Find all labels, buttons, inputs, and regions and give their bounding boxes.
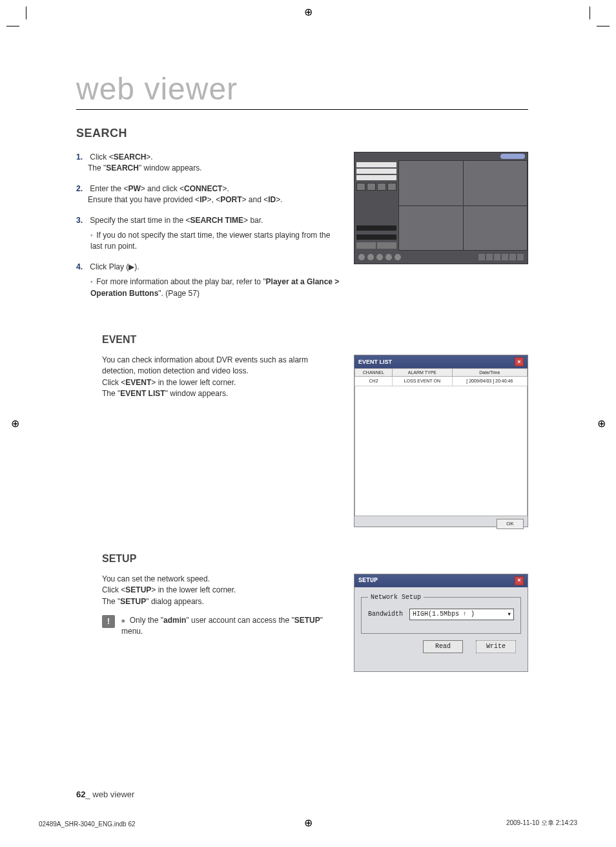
fieldset-legend: Network Setup <box>368 594 424 601</box>
close-icon[interactable]: × <box>515 357 524 366</box>
event-table: CHANNEL ALARM TYPE Date/Time CH2 LOSS EV… <box>354 368 528 386</box>
screenshot-event-list: EVENT LIST × CHANNEL ALARM TYPE Date/Tim… <box>354 355 528 527</box>
section-heading-search: SEARCH <box>76 127 528 140</box>
ok-button[interactable]: OK <box>497 519 524 529</box>
col-datetime: Date/Time <box>452 368 527 376</box>
paragraph: Click <EVENT> in the lower left corner. <box>102 377 341 388</box>
step-1: 1. Click <SEARCH>. The "SEARCH" window a… <box>76 152 341 174</box>
step-text: > bar. <box>243 216 263 225</box>
paragraph: The "SETUP" dialog appears. <box>102 596 341 607</box>
registration-mark-icon: ⊕ <box>302 817 314 829</box>
crop-mark-icon <box>26 26 52 52</box>
brand-logo-icon <box>500 154 525 159</box>
paragraph: You can set the network speed. <box>102 574 341 585</box>
section-heading-setup: SETUP <box>76 553 528 565</box>
col-channel: CHANNEL <box>355 368 393 376</box>
write-button[interactable]: Write <box>476 640 516 653</box>
page-footer: 62_ web viewer <box>76 789 134 799</box>
close-icon[interactable]: × <box>515 576 524 585</box>
step-number: 2. <box>76 183 88 194</box>
step-subtext: Ensure that you have provided <IP>, <POR… <box>88 195 283 204</box>
col-alarm-type: ALARM TYPE <box>393 368 453 376</box>
screenshot-setup: SETUP × Network Setup Bandwidth HIGH(1.5… <box>354 574 528 672</box>
dialog-title: EVENT LIST <box>358 359 392 365</box>
step-text: Enter the < <box>90 184 128 193</box>
note-text: ■ Only the "admin" user account can acce… <box>121 615 341 638</box>
step-number: 1. <box>76 152 88 163</box>
step-text: > and click < <box>141 184 184 193</box>
read-button[interactable]: Read <box>423 640 463 653</box>
paragraph: Click <SETUP> in the lower left corner. <box>102 585 341 596</box>
step-4: 4. Click Play (▶). For more information … <box>76 262 341 299</box>
table-row: CH2 LOSS EVENT ON [ 2009/04/03 ] 20:40:4… <box>355 376 528 386</box>
chevron-down-icon: ▼ <box>508 611 511 617</box>
crop-mark-icon <box>564 26 590 52</box>
step-2: 2. Enter the <PW> and click <CONNECT>. E… <box>76 183 341 206</box>
registration-mark-icon: ⊕ <box>302 6 314 18</box>
label-bandwidth: Bandwidth <box>368 611 403 618</box>
section-heading-event: EVENT <box>76 334 528 346</box>
term: SEARCH <box>114 152 147 162</box>
step-bullet: For more information about the play bar,… <box>90 277 341 299</box>
registration-mark-icon: ⊕ <box>9 418 21 430</box>
step-text: >. <box>146 152 152 162</box>
term: CONNECT <box>184 184 222 193</box>
step-text: >. <box>222 184 229 193</box>
term: PW <box>128 184 140 193</box>
print-slug-left: 02489A_SHR-3040_ENG.indb 62 <box>39 821 136 828</box>
term: SEARCH TIME <box>190 216 243 225</box>
chapter-title: web viewer <box>76 71 528 110</box>
paragraph: The "EVENT LIST" window appears. <box>102 388 341 399</box>
caution-icon: ! <box>102 615 115 628</box>
step-subtext: The "SEARCH" window appears. <box>88 163 202 173</box>
step-number: 4. <box>76 262 88 273</box>
screenshot-search <box>354 152 528 264</box>
dialog-title: SETUP <box>358 577 378 584</box>
step-3: 3. Specify the start time in the <SEARCH… <box>76 215 341 253</box>
bandwidth-select[interactable]: HIGH(1.5Mbps ↑ ) ▼ <box>409 609 514 620</box>
step-text: Specify the start time in the < <box>90 216 190 225</box>
step-bullet: If you do not specify the start time, th… <box>90 230 341 253</box>
registration-mark-icon: ⊕ <box>595 418 607 430</box>
step-number: 3. <box>76 215 88 226</box>
step-text: Click < <box>90 152 113 162</box>
select-value: HIGH(1.5Mbps ↑ ) <box>413 611 475 618</box>
print-slug-right: 2009-11-10 오후 2:14:23 <box>506 819 577 828</box>
paragraph: You can check information about DVR even… <box>102 355 341 377</box>
step-text: Click Play (▶). <box>90 262 139 271</box>
